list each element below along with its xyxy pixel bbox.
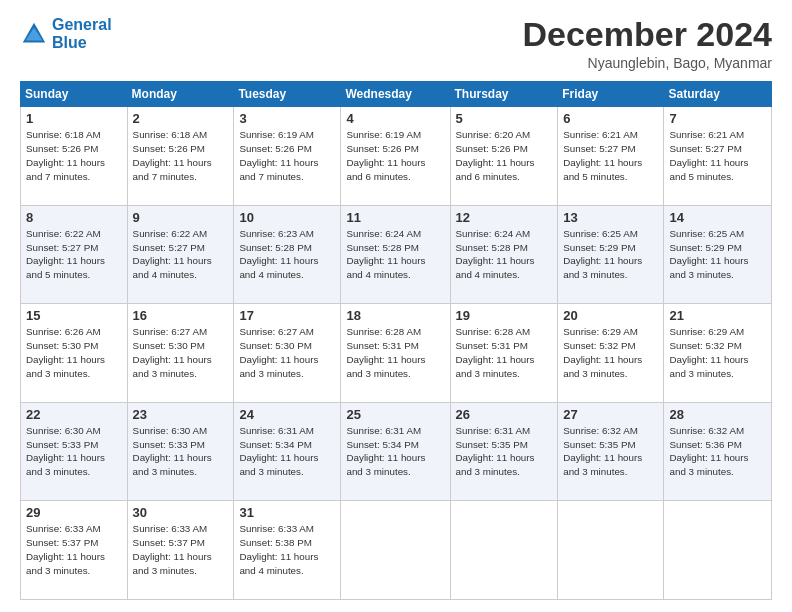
cell-info: Sunrise: 6:33 AM Sunset: 5:37 PM Dayligh… <box>26 522 122 577</box>
calendar-cell: 24Sunrise: 6:31 AM Sunset: 5:34 PM Dayli… <box>234 402 341 501</box>
calendar-table: Sunday Monday Tuesday Wednesday Thursday… <box>20 81 772 600</box>
calendar-cell: 23Sunrise: 6:30 AM Sunset: 5:33 PM Dayli… <box>127 402 234 501</box>
day-number: 7 <box>669 111 766 126</box>
day-number: 12 <box>456 210 553 225</box>
day-number: 21 <box>669 308 766 323</box>
cell-info: Sunrise: 6:22 AM Sunset: 5:27 PM Dayligh… <box>26 227 122 282</box>
day-number: 14 <box>669 210 766 225</box>
cell-info: Sunrise: 6:32 AM Sunset: 5:35 PM Dayligh… <box>563 424 658 479</box>
cell-info: Sunrise: 6:33 AM Sunset: 5:38 PM Dayligh… <box>239 522 335 577</box>
header-monday: Monday <box>127 82 234 107</box>
calendar-cell: 25Sunrise: 6:31 AM Sunset: 5:34 PM Dayli… <box>341 402 450 501</box>
day-number: 1 <box>26 111 122 126</box>
calendar-cell: 16Sunrise: 6:27 AM Sunset: 5:30 PM Dayli… <box>127 304 234 403</box>
day-number: 25 <box>346 407 444 422</box>
logo: General Blue <box>20 16 112 51</box>
calendar-week-2: 8Sunrise: 6:22 AM Sunset: 5:27 PM Daylig… <box>21 205 772 304</box>
calendar-cell: 12Sunrise: 6:24 AM Sunset: 5:28 PM Dayli… <box>450 205 558 304</box>
day-number: 15 <box>26 308 122 323</box>
cell-info: Sunrise: 6:19 AM Sunset: 5:26 PM Dayligh… <box>239 128 335 183</box>
header-tuesday: Tuesday <box>234 82 341 107</box>
cell-info: Sunrise: 6:21 AM Sunset: 5:27 PM Dayligh… <box>669 128 766 183</box>
day-number: 27 <box>563 407 658 422</box>
logo-text: General Blue <box>52 16 112 51</box>
calendar-cell: 10Sunrise: 6:23 AM Sunset: 5:28 PM Dayli… <box>234 205 341 304</box>
calendar-cell: 4Sunrise: 6:19 AM Sunset: 5:26 PM Daylig… <box>341 107 450 206</box>
header-thursday: Thursday <box>450 82 558 107</box>
calendar-cell: 6Sunrise: 6:21 AM Sunset: 5:27 PM Daylig… <box>558 107 664 206</box>
calendar-cell: 1Sunrise: 6:18 AM Sunset: 5:26 PM Daylig… <box>21 107 128 206</box>
cell-info: Sunrise: 6:19 AM Sunset: 5:26 PM Dayligh… <box>346 128 444 183</box>
calendar-cell: 13Sunrise: 6:25 AM Sunset: 5:29 PM Dayli… <box>558 205 664 304</box>
cell-info: Sunrise: 6:28 AM Sunset: 5:31 PM Dayligh… <box>456 325 553 380</box>
title-block: December 2024 Nyaunglebin, Bago, Myanmar <box>522 16 772 71</box>
calendar-cell: 20Sunrise: 6:29 AM Sunset: 5:32 PM Dayli… <box>558 304 664 403</box>
header-wednesday: Wednesday <box>341 82 450 107</box>
calendar-week-1: 1Sunrise: 6:18 AM Sunset: 5:26 PM Daylig… <box>21 107 772 206</box>
calendar-cell: 2Sunrise: 6:18 AM Sunset: 5:26 PM Daylig… <box>127 107 234 206</box>
cell-info: Sunrise: 6:24 AM Sunset: 5:28 PM Dayligh… <box>456 227 553 282</box>
calendar-cell: 11Sunrise: 6:24 AM Sunset: 5:28 PM Dayli… <box>341 205 450 304</box>
day-number: 18 <box>346 308 444 323</box>
calendar-cell: 31Sunrise: 6:33 AM Sunset: 5:38 PM Dayli… <box>234 501 341 600</box>
day-number: 13 <box>563 210 658 225</box>
cell-info: Sunrise: 6:27 AM Sunset: 5:30 PM Dayligh… <box>133 325 229 380</box>
calendar-cell: 28Sunrise: 6:32 AM Sunset: 5:36 PM Dayli… <box>664 402 772 501</box>
calendar-cell <box>450 501 558 600</box>
calendar-cell: 14Sunrise: 6:25 AM Sunset: 5:29 PM Dayli… <box>664 205 772 304</box>
day-number: 29 <box>26 505 122 520</box>
day-number: 22 <box>26 407 122 422</box>
logo-icon <box>20 20 48 48</box>
day-number: 10 <box>239 210 335 225</box>
cell-info: Sunrise: 6:28 AM Sunset: 5:31 PM Dayligh… <box>346 325 444 380</box>
calendar-cell: 9Sunrise: 6:22 AM Sunset: 5:27 PM Daylig… <box>127 205 234 304</box>
calendar-cell: 29Sunrise: 6:33 AM Sunset: 5:37 PM Dayli… <box>21 501 128 600</box>
day-number: 17 <box>239 308 335 323</box>
day-number: 3 <box>239 111 335 126</box>
cell-info: Sunrise: 6:31 AM Sunset: 5:34 PM Dayligh… <box>239 424 335 479</box>
calendar-week-3: 15Sunrise: 6:26 AM Sunset: 5:30 PM Dayli… <box>21 304 772 403</box>
day-number: 23 <box>133 407 229 422</box>
calendar-cell: 26Sunrise: 6:31 AM Sunset: 5:35 PM Dayli… <box>450 402 558 501</box>
cell-info: Sunrise: 6:20 AM Sunset: 5:26 PM Dayligh… <box>456 128 553 183</box>
day-number: 5 <box>456 111 553 126</box>
day-number: 9 <box>133 210 229 225</box>
cell-info: Sunrise: 6:29 AM Sunset: 5:32 PM Dayligh… <box>563 325 658 380</box>
calendar-cell: 3Sunrise: 6:19 AM Sunset: 5:26 PM Daylig… <box>234 107 341 206</box>
cell-info: Sunrise: 6:22 AM Sunset: 5:27 PM Dayligh… <box>133 227 229 282</box>
weekday-header-row: Sunday Monday Tuesday Wednesday Thursday… <box>21 82 772 107</box>
cell-info: Sunrise: 6:33 AM Sunset: 5:37 PM Dayligh… <box>133 522 229 577</box>
day-number: 2 <box>133 111 229 126</box>
calendar-cell <box>558 501 664 600</box>
header-friday: Friday <box>558 82 664 107</box>
day-number: 11 <box>346 210 444 225</box>
day-number: 28 <box>669 407 766 422</box>
calendar-cell: 30Sunrise: 6:33 AM Sunset: 5:37 PM Dayli… <box>127 501 234 600</box>
day-number: 24 <box>239 407 335 422</box>
day-number: 19 <box>456 308 553 323</box>
calendar-cell: 21Sunrise: 6:29 AM Sunset: 5:32 PM Dayli… <box>664 304 772 403</box>
day-number: 16 <box>133 308 229 323</box>
calendar-cell: 19Sunrise: 6:28 AM Sunset: 5:31 PM Dayli… <box>450 304 558 403</box>
calendar-cell: 15Sunrise: 6:26 AM Sunset: 5:30 PM Dayli… <box>21 304 128 403</box>
header: General Blue December 2024 Nyaunglebin, … <box>20 16 772 71</box>
calendar-cell: 8Sunrise: 6:22 AM Sunset: 5:27 PM Daylig… <box>21 205 128 304</box>
month-title: December 2024 <box>522 16 772 53</box>
day-number: 26 <box>456 407 553 422</box>
cell-info: Sunrise: 6:27 AM Sunset: 5:30 PM Dayligh… <box>239 325 335 380</box>
calendar-cell: 22Sunrise: 6:30 AM Sunset: 5:33 PM Dayli… <box>21 402 128 501</box>
cell-info: Sunrise: 6:32 AM Sunset: 5:36 PM Dayligh… <box>669 424 766 479</box>
page: General Blue December 2024 Nyaunglebin, … <box>0 0 792 612</box>
cell-info: Sunrise: 6:25 AM Sunset: 5:29 PM Dayligh… <box>563 227 658 282</box>
cell-info: Sunrise: 6:29 AM Sunset: 5:32 PM Dayligh… <box>669 325 766 380</box>
day-number: 20 <box>563 308 658 323</box>
calendar-cell: 5Sunrise: 6:20 AM Sunset: 5:26 PM Daylig… <box>450 107 558 206</box>
cell-info: Sunrise: 6:21 AM Sunset: 5:27 PM Dayligh… <box>563 128 658 183</box>
calendar-cell: 17Sunrise: 6:27 AM Sunset: 5:30 PM Dayli… <box>234 304 341 403</box>
calendar-cell: 27Sunrise: 6:32 AM Sunset: 5:35 PM Dayli… <box>558 402 664 501</box>
cell-info: Sunrise: 6:31 AM Sunset: 5:35 PM Dayligh… <box>456 424 553 479</box>
day-number: 6 <box>563 111 658 126</box>
cell-info: Sunrise: 6:23 AM Sunset: 5:28 PM Dayligh… <box>239 227 335 282</box>
calendar-cell <box>341 501 450 600</box>
calendar-cell <box>664 501 772 600</box>
